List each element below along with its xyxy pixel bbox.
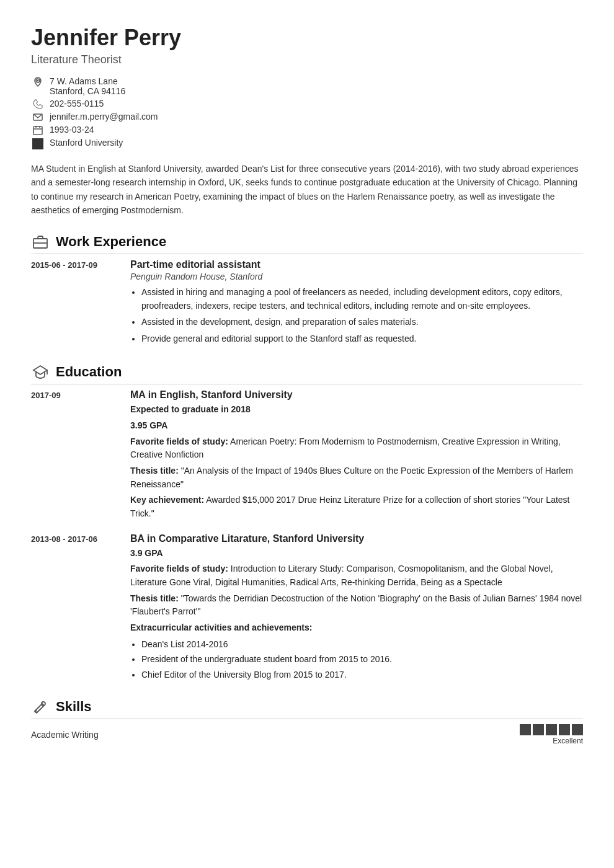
contact-dob: 1993-03-24 xyxy=(31,125,583,135)
work-experience-header: Work Experience xyxy=(31,232,583,254)
edu-achievement-1: Key achievement: Awarded $15,000 2017 Dr… xyxy=(130,494,583,520)
full-name: Jennifer Perry xyxy=(31,25,583,51)
edu-extracurricular-label: Extracurricular activities and achieveme… xyxy=(130,621,583,635)
education-header: Education xyxy=(31,363,583,384)
work-bullet-1-1: Assisted in hiring and managing a pool o… xyxy=(141,285,583,313)
edu-gpa-2: 3.9 GPA xyxy=(130,547,583,560)
skill-bars-1 xyxy=(520,724,583,735)
edu-date-1: 2017-09 xyxy=(31,389,130,523)
education-icon xyxy=(31,363,50,381)
edu-expected-1: Expected to graduate in 2018 xyxy=(130,403,583,417)
skill-bar-1-2 xyxy=(533,724,544,735)
phone-icon xyxy=(31,99,45,109)
skill-bar-1-4 xyxy=(559,724,570,735)
svg-rect-3 xyxy=(33,126,42,135)
edu-content-1: MA in English, Stanford University Expec… xyxy=(130,389,583,523)
skills-section: Skills Academic Writing Excellent xyxy=(31,698,583,745)
edu-bullets-2: Dean's List 2014-2016 President of the u… xyxy=(130,637,583,681)
edu-gpa-1: 3.95 GPA xyxy=(130,419,583,433)
skills-icon xyxy=(31,698,50,716)
skill-bar-1-1 xyxy=(520,724,531,735)
education-entry-1: 2017-09 MA in English, Stanford Universi… xyxy=(31,389,583,523)
edu-thesis-value-2: "Towards the Derridian Decostruction of … xyxy=(130,593,582,617)
skill-name-1: Academic Writing xyxy=(31,730,99,740)
skill-rating-1: Excellent xyxy=(520,724,583,745)
skill-level-1: Excellent xyxy=(553,737,583,745)
university-name: Stanford University xyxy=(50,138,123,148)
contact-phone: 202-555-0115 xyxy=(31,99,583,109)
skill-bar-1-3 xyxy=(546,724,557,735)
skills-header: Skills xyxy=(31,698,583,719)
email-address: jennifer.m.perry@gmail.com xyxy=(50,112,158,122)
edu-degree-1: MA in English, Stanford University xyxy=(130,389,583,401)
work-bullets-1: Assisted in hiring and managing a pool o… xyxy=(130,285,583,346)
work-experience-section: Work Experience 2015-06 - 2017-09 Part-t… xyxy=(31,232,583,348)
contact-list: 7 W. Adams Lane Stanford, CA 94116 202-5… xyxy=(31,76,583,149)
svg-point-1 xyxy=(37,80,39,82)
skills-title: Skills xyxy=(56,699,91,715)
calendar-icon xyxy=(31,125,45,135)
email-icon xyxy=(31,112,45,122)
work-entry-1: 2015-06 - 2017-09 Part-time editorial as… xyxy=(31,259,583,348)
education-section: Education 2017-09 MA in English, Stanfor… xyxy=(31,363,583,683)
address-line2: Stanford, CA 94116 xyxy=(50,86,125,96)
education-entry-2: 2013-08 - 2017-06 BA in Comparative Lita… xyxy=(31,533,583,683)
contact-university: Stanford University xyxy=(31,138,583,149)
contact-email: jennifer.m.perry@gmail.com xyxy=(31,112,583,122)
skill-row-1: Academic Writing Excellent xyxy=(31,724,583,745)
location-icon xyxy=(31,77,45,87)
skill-bar-1-5 xyxy=(572,724,583,735)
edu-degree-2: BA in Comparative Litarature, Stanford U… xyxy=(130,533,583,544)
edu-content-2: BA in Comparative Litarature, Stanford U… xyxy=(130,533,583,683)
work-experience-title: Work Experience xyxy=(56,234,166,250)
summary-text: MA Student in English at Stanford Univer… xyxy=(31,162,583,218)
work-icon xyxy=(31,232,50,251)
university-icon xyxy=(31,138,45,149)
edu-date-2: 2013-08 - 2017-06 xyxy=(31,533,130,683)
work-bullet-1-3: Provide general and editorial support to… xyxy=(141,332,583,345)
job-title: Literature Theorist xyxy=(31,53,583,66)
job-title-1: Part-time editorial assistant xyxy=(130,259,583,270)
education-title: Education xyxy=(56,364,122,380)
edu-thesis-1: Thesis title: "An Analysis of the Impact… xyxy=(130,464,583,491)
work-bullet-1-2: Assisted in the development, design, and… xyxy=(141,315,583,329)
edu-bullet-2-3: Chief Editor of the University Blog from… xyxy=(141,668,583,681)
edu-fields-1: Favorite fields of study: American Poetr… xyxy=(130,435,583,462)
dob-value: 1993-03-24 xyxy=(50,125,94,135)
address-line1: 7 W. Adams Lane xyxy=(50,76,125,86)
work-content-1: Part-time editorial assistant Penguin Ra… xyxy=(130,259,583,348)
contact-address: 7 W. Adams Lane Stanford, CA 94116 xyxy=(31,76,583,96)
edu-bullet-2-2: President of the undergraduate student b… xyxy=(141,652,583,666)
phone-number: 202-555-0115 xyxy=(50,99,104,108)
edu-fields-2: Favorite fields of study: Introduction t… xyxy=(130,562,583,589)
edu-bullet-2-1: Dean's List 2014-2016 xyxy=(141,637,583,651)
work-date-1: 2015-06 - 2017-09 xyxy=(31,259,130,348)
edu-thesis-value-1: "An Analysis of the Impact of 1940s Blue… xyxy=(130,466,573,489)
company-1: Penguin Random House, Stanford xyxy=(130,272,583,281)
edu-thesis-2: Thesis title: "Towards the Derridian Dec… xyxy=(130,592,583,619)
